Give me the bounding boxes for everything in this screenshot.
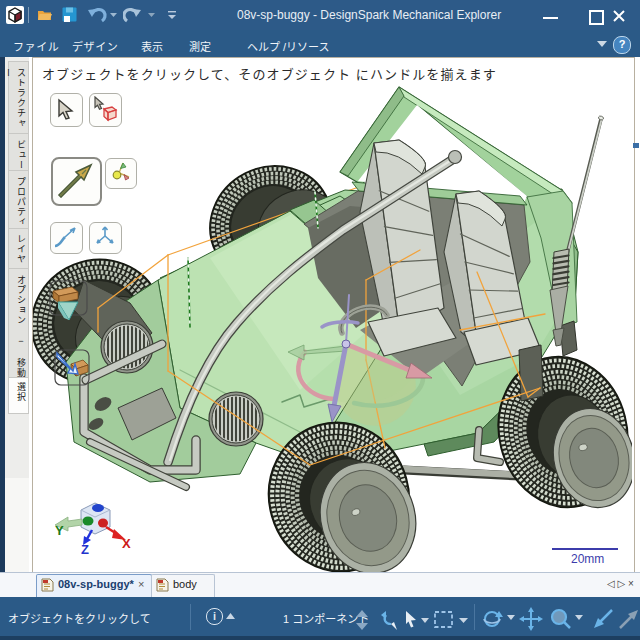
svg-text:X: X xyxy=(122,536,131,551)
svg-text:20mm: 20mm xyxy=(571,552,604,566)
svg-text:Y: Y xyxy=(55,523,64,538)
svg-text:Z: Z xyxy=(81,542,89,557)
